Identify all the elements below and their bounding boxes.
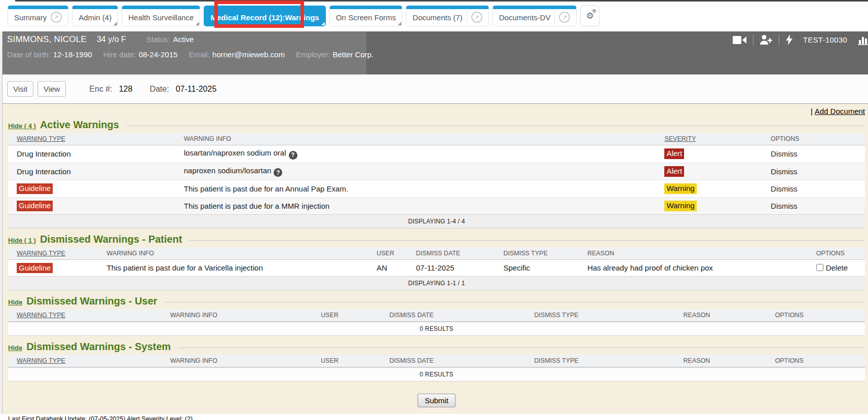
section-title: Dismissed Warnings - System (26, 341, 171, 353)
view-button[interactable]: View (37, 81, 66, 97)
warnings-content: |Add Document Hide ( 4 ) Active Warnings… (0, 103, 868, 414)
col-warning-info: WARNING INFO (170, 357, 217, 364)
col-warning-info: WARNING INFO (107, 250, 154, 257)
empty-results: 0 RESULTS (8, 367, 865, 381)
warning-row: Guideline This patient is past due for a… (8, 197, 865, 214)
patient-age-sex: 34 y/o F (97, 35, 126, 44)
col-options: OPTIONS (816, 250, 845, 257)
col-user: USER (376, 250, 394, 257)
open-in-new-icon[interactable]: ↗ (51, 12, 62, 23)
col-reason: REASON (684, 312, 710, 319)
databank-update-note: Last First Databank Update: (07-05-2025)… (8, 415, 865, 420)
col-dismiss-type: DISMISS TYPE (503, 250, 547, 257)
col-warning-type[interactable]: WARNING TYPE (17, 312, 65, 319)
warning-info: This patient is past due for a MMR injec… (184, 202, 330, 210)
user-value: AN (376, 263, 387, 272)
col-dismiss-type: DISMISS TYPE (534, 357, 578, 364)
col-options: OPTIONS (775, 312, 803, 319)
hide-dismissed-patient-link[interactable]: Hide ( 1 ) (8, 237, 36, 244)
dismissed-warning-row: Guideline This patient is past due for a… (8, 259, 865, 276)
col-severity[interactable]: SEVERITY (664, 135, 696, 142)
employer-label: Employer: (296, 50, 330, 59)
col-options: OPTIONS (775, 357, 803, 364)
col-dismiss-date: DISMISS DATE (390, 357, 434, 364)
warning-info: losartan/naproxen sodium oral (184, 148, 286, 157)
tab-documents-dv[interactable]: Documents-DV ↗ (493, 6, 577, 26)
email-label: Email: (188, 50, 210, 59)
lightning-bolt-icon[interactable] (786, 34, 792, 45)
section-rule (164, 302, 865, 302)
dismiss-link[interactable]: Dismiss (771, 149, 798, 158)
empty-results: 0 RESULTS (8, 322, 865, 336)
tab-label: Admin (4) (79, 13, 111, 22)
help-icon[interactable]: ? (274, 168, 282, 177)
tab-label: On Screen Forms (336, 13, 396, 22)
tab-divider (467, 11, 467, 24)
hide-dismissed-user-link[interactable]: Hide (8, 298, 22, 306)
hide-active-warnings-link[interactable]: Hide ( 4 ) (8, 122, 36, 130)
col-dismiss-date: DISMISS DATE (416, 250, 460, 257)
tab-label: Documents-DV (499, 13, 551, 22)
active-warnings-header: Hide ( 4 ) Active Warnings (8, 119, 865, 133)
icon-divider (779, 34, 779, 46)
dob-label: Date of birth: (7, 50, 51, 59)
tab-label: Documents (7) (412, 13, 462, 22)
date-value: 07-11-2025 (176, 85, 217, 94)
col-dismiss-type: DISMISS TYPE (534, 312, 578, 319)
dropdown-fold-icon (114, 22, 117, 25)
icon-divider (753, 34, 753, 46)
link-separator: | (811, 107, 813, 116)
bar-chart-icon[interactable] (858, 34, 868, 45)
dismissed-patient-table: WARNING TYPE WARNING INFO USER DISMISS D… (8, 247, 865, 277)
tab-summary[interactable]: Summary ↗ (8, 6, 68, 26)
status-label: Status: (146, 35, 170, 44)
app-window: Summary ↗ Admin (4) Health Surveillance … (0, 0, 868, 420)
active-warnings-table: WARNING TYPE WARNING INFO SEVERITY OPTIO… (8, 133, 865, 214)
col-warning-type[interactable]: WARNING TYPE (17, 357, 65, 364)
dismiss-link[interactable]: Dismiss (771, 202, 798, 210)
submit-button[interactable]: Submit (418, 394, 456, 407)
col-dismiss-date: DISMISS DATE (390, 312, 434, 319)
col-warning-info: WARNING INFO (184, 135, 231, 142)
dismiss-link[interactable]: Dismiss (771, 184, 798, 193)
dismiss-link[interactable]: Dismiss (771, 167, 798, 176)
tab-divider (554, 11, 555, 24)
tab-on-screen-forms[interactable]: On Screen Forms (329, 6, 402, 26)
col-warning-type[interactable]: WARNING TYPE (17, 250, 65, 257)
visit-button[interactable]: Visit (7, 81, 33, 97)
dropdown-fold-icon (398, 22, 401, 25)
delete-checkbox[interactable] (816, 264, 823, 271)
warning-info: naproxen sodium/losartan (184, 166, 272, 175)
dismissed-system-table: WARNING TYPE WARNING INFO USER DISMISS D… (8, 355, 865, 367)
open-in-new-icon[interactable]: ↗ (471, 12, 482, 23)
date-label: Date: (149, 85, 169, 94)
employer-value: Better Corp. (332, 50, 373, 59)
section-rule (178, 348, 865, 348)
col-reason: REASON (684, 357, 710, 364)
tab-label: Summary (14, 13, 47, 22)
dismiss-type-value: Specific (503, 263, 530, 272)
tab-admin[interactable]: Admin (4) (72, 6, 118, 26)
warning-info: This patient is past due for a Varicella… (107, 263, 263, 272)
dismissed-user-header: Hide Dismissed Warnings - User (8, 295, 865, 309)
encounter-bar: Visit View Enc #: 128 Date: 07-11-2025 (0, 74, 868, 103)
status-value: Active (173, 35, 194, 44)
col-warning-type[interactable]: WARNING TYPE (17, 135, 65, 142)
enc-label: Enc #: (89, 85, 112, 94)
open-in-new-icon[interactable]: ↗ (559, 12, 570, 23)
add-document-link[interactable]: Add Document (815, 107, 865, 116)
delete-label: Delete (826, 263, 848, 272)
tab-documents[interactable]: Documents (7) ↗ (406, 6, 488, 26)
warning-type: Drug Interaction (17, 149, 71, 158)
add-person-icon[interactable] (760, 35, 772, 45)
dismissed-user-table: WARNING TYPE WARNING INFO USER DISMISS D… (8, 309, 865, 322)
annotation-highlight-box (214, 1, 304, 28)
hide-dismissed-system-link[interactable]: Hide (8, 344, 22, 352)
hire-date-value: 08-24-2015 (139, 50, 178, 59)
severity-badge: Alert (664, 166, 684, 177)
section-rule (189, 240, 865, 241)
tab-health-surveillance[interactable]: Health Surveillance (122, 6, 200, 26)
tab-settings-gear-button[interactable]: ⚙ ⚙ (580, 6, 599, 26)
help-icon[interactable]: ? (289, 151, 297, 160)
video-camera-icon[interactable] (733, 35, 746, 45)
